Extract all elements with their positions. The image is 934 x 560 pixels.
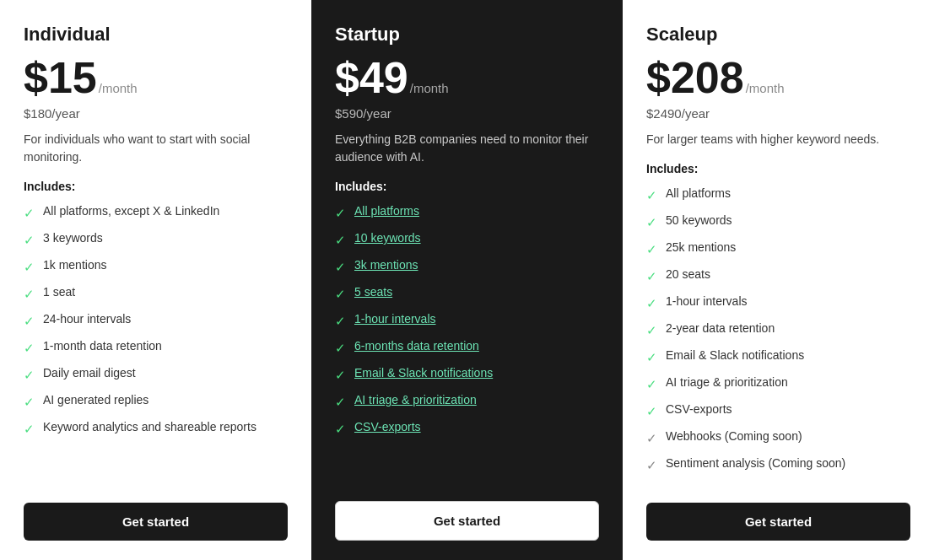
feature-item: ✓ AI triage & prioritization — [646, 374, 910, 393]
price-period-individual: /month — [99, 81, 138, 95]
price-row-startup: $49 /month — [335, 56, 599, 100]
price-amount-individual: $15 — [24, 56, 97, 100]
get-started-button-individual[interactable]: Get started — [24, 503, 288, 541]
feature-link[interactable]: CSV-exports — [354, 420, 421, 433]
plan-name-individual: Individual — [24, 24, 288, 46]
plan-name-scaleup: Scaleup — [646, 24, 910, 46]
feature-text: All platforms, except X & LinkedIn — [43, 203, 219, 220]
feature-text: Email & Slack notifications — [666, 347, 804, 364]
feature-text: All platforms — [666, 186, 731, 202]
feature-text: AI triage & prioritization — [354, 392, 477, 409]
feature-item: ✓ 50 keywords — [646, 213, 910, 231]
price-amount-startup: $49 — [335, 56, 408, 100]
feature-text: 25k mentions — [666, 240, 736, 256]
feature-text: 1-hour intervals — [354, 311, 436, 328]
check-icon: ✓ — [335, 339, 346, 357]
feature-item: ✓ Sentiment analysis (Coming soon) — [646, 455, 910, 474]
feature-text: CSV-exports — [354, 419, 421, 436]
get-started-button-scaleup[interactable]: Get started — [646, 503, 910, 541]
feature-text: 50 keywords — [666, 213, 732, 229]
feature-text: 10 keywords — [354, 230, 421, 247]
price-period-startup: /month — [410, 81, 449, 95]
check-icon: ✓ — [646, 267, 657, 285]
check-icon: ✓ — [646, 375, 657, 393]
price-row-scaleup: $208 /month — [646, 56, 910, 100]
feature-text: 6-months data retention — [354, 338, 479, 355]
feature-link[interactable]: 1-hour intervals — [354, 312, 436, 326]
feature-item: ✓ All platforms — [335, 203, 599, 222]
feature-item: ✓ Email & Slack notifications — [646, 347, 910, 366]
feature-item: ✓ Daily email digest — [24, 365, 288, 384]
check-icon: ✓ — [646, 321, 657, 339]
check-icon: ✓ — [24, 312, 35, 330]
get-started-button-startup[interactable]: Get started — [335, 501, 599, 541]
feature-link[interactable]: 5 seats — [354, 285, 392, 299]
check-icon: ✓ — [646, 186, 657, 204]
feature-item: ✓ Email & Slack notifications — [335, 365, 599, 384]
feature-text: All platforms — [354, 203, 419, 220]
price-yearly-scaleup: $2490/year — [646, 106, 910, 121]
plan-card-scaleup: Scaleup $208 /month $2490/year For large… — [623, 0, 934, 560]
feature-link[interactable]: All platforms — [354, 204, 419, 218]
check-icon: ✓ — [335, 393, 346, 411]
feature-item: ✓ 2-year data retention — [646, 320, 910, 339]
feature-link[interactable]: 3k mentions — [354, 258, 418, 272]
check-icon: ✓ — [335, 231, 346, 249]
check-icon: ✓ — [24, 339, 35, 357]
plan-name-startup: Startup — [335, 24, 599, 46]
feature-item: ✓ Webhooks (Coming soon) — [646, 428, 910, 447]
check-icon: ✓ — [335, 204, 346, 222]
feature-text: 2-year data retention — [666, 320, 775, 337]
feature-item: ✓ AI generated replies — [24, 392, 288, 411]
feature-item: ✓ 3k mentions — [335, 257, 599, 276]
feature-item: ✓ 1-hour intervals — [335, 311, 599, 330]
feature-item: ✓ CSV-exports — [335, 419, 599, 438]
feature-item: ✓ All platforms — [646, 186, 910, 204]
price-yearly-startup: $590/year — [335, 106, 599, 121]
feature-item: ✓ AI triage & prioritization — [335, 392, 599, 411]
includes-label-individual: Includes: — [24, 180, 288, 193]
feature-text: 20 seats — [666, 267, 710, 283]
feature-item: ✓ 10 keywords — [335, 230, 599, 249]
feature-link[interactable]: 6-months data retention — [354, 339, 479, 353]
feature-link[interactable]: AI triage & prioritization — [354, 393, 477, 407]
feature-list-scaleup: ✓ All platforms ✓ 50 keywords ✓ — [646, 186, 910, 482]
feature-text: Keyword analytics and shareable reports — [43, 419, 256, 436]
feature-link[interactable]: Email & Slack notifications — [354, 366, 493, 380]
feature-link[interactable]: 10 keywords — [354, 231, 421, 245]
price-row-individual: $15 /month — [24, 56, 288, 100]
plan-card-startup: Startup $49 /month $590/year Everything … — [311, 0, 623, 560]
feature-item: ✓ 20 seats — [646, 267, 910, 285]
feature-text: CSV-exports — [666, 401, 732, 418]
feature-item: ✓ 5 seats — [335, 284, 599, 303]
check-icon: ✓ — [646, 213, 657, 231]
check-icon: ✓ — [24, 231, 35, 249]
check-icon: ✓ — [24, 258, 35, 276]
feature-item: ✓ 1-month data retention — [24, 338, 288, 357]
feature-text: Daily email digest — [43, 365, 136, 382]
feature-text: Webhooks (Coming soon) — [666, 428, 802, 445]
plan-description-scaleup: For larger teams with higher keyword nee… — [646, 131, 910, 148]
feature-item: ✓ 3 keywords — [24, 230, 288, 249]
check-icon: ✓ — [646, 348, 657, 366]
feature-text: 1-hour intervals — [666, 293, 748, 310]
plan-description-individual: For individuals who want to start with s… — [24, 131, 288, 166]
feature-item: ✓ 1-hour intervals — [646, 293, 910, 312]
pricing-container: Individual $15 /month $180/year For indi… — [0, 0, 934, 560]
feature-text: 3k mentions — [354, 257, 418, 274]
feature-item: ✓ 25k mentions — [646, 240, 910, 258]
check-icon: ✓ — [646, 294, 657, 312]
check-icon: ✓ — [24, 420, 35, 438]
feature-text: Sentiment analysis (Coming soon) — [666, 455, 845, 472]
feature-text: 1k mentions — [43, 257, 106, 274]
price-yearly-individual: $180/year — [24, 106, 288, 121]
feature-text: 24-hour intervals — [43, 311, 131, 328]
feature-item: ✓ Keyword analytics and shareable report… — [24, 419, 288, 438]
check-icon: ✓ — [646, 402, 657, 420]
feature-text: AI generated replies — [43, 392, 148, 409]
feature-text: 1-month data retention — [43, 338, 162, 355]
feature-item: ✓ 24-hour intervals — [24, 311, 288, 330]
check-icon: ✓ — [24, 393, 35, 411]
feature-text: Email & Slack notifications — [354, 365, 493, 382]
check-icon: ✓ — [335, 285, 346, 303]
